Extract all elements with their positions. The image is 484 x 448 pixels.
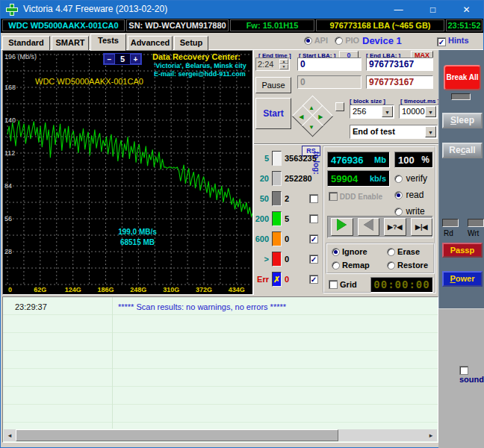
stat-block-swatch	[272, 151, 282, 166]
goto-end-button[interactable]: ▶|◀	[411, 218, 433, 236]
seek-button[interactable]: ▶?◀	[384, 218, 406, 236]
sound-checkbox[interactable]	[459, 366, 468, 375]
passp-button[interactable]: Passp	[442, 243, 483, 258]
tab-bar: Standard SMART Tests Advanced Setup	[1, 33, 483, 50]
end-lba-input[interactable]: 976773167	[366, 57, 433, 71]
stat-row-20: 20 252280	[254, 170, 323, 188]
pio-label: PIO	[345, 36, 359, 45]
end-of-test-select[interactable]: End of test ▼	[350, 125, 438, 139]
read-radio[interactable]	[394, 191, 403, 199]
svg-text:0: 0	[8, 286, 12, 293]
start-button[interactable]: Start	[255, 98, 291, 129]
scroll-left-icon[interactable]: ◂	[4, 429, 16, 441]
chevron-down-icon[interactable]: ▼	[425, 106, 436, 117]
speed-unit: kb/s	[370, 174, 386, 183]
verify-label: verify	[406, 173, 427, 184]
read-activity-indicator	[442, 219, 459, 227]
start-lba-input[interactable]: 0	[297, 57, 362, 71]
svg-text:168: 168	[4, 84, 16, 91]
log-column-divider	[112, 297, 113, 429]
api-radio[interactable]	[304, 37, 312, 45]
stat-row-200: 200 5	[254, 211, 323, 228]
log-checkbox-50[interactable]	[309, 194, 318, 203]
restore-radio[interactable]	[387, 261, 395, 270]
grid-checkbox[interactable]	[329, 280, 338, 289]
chevron-down-icon[interactable]: ▼	[425, 126, 436, 137]
log-checkbox-200[interactable]	[309, 214, 318, 223]
block-size-select[interactable]: 256 ▼	[350, 105, 394, 119]
sidebar-upper: Break All Sleep Recall Rd Wrt Passp Powe…	[438, 50, 484, 308]
scrollbar-thumb[interactable]	[16, 429, 338, 441]
victoria-window: Victoria 4.47 Freeware (2013-02-20) — □ …	[0, 0, 484, 448]
spinner-down-icon[interactable]: ▼	[279, 64, 288, 69]
svg-text:248G: 248G	[130, 286, 146, 293]
hints-checkbox[interactable]: ✓	[437, 37, 446, 46]
graph-model-label: WDC WD5000AAKX-001CA0	[35, 77, 143, 86]
mode-read[interactable]: read	[394, 187, 424, 201]
pause-button[interactable]: Pause	[255, 77, 291, 93]
stat-count: 3563235	[285, 150, 320, 167]
spinner-up-icon[interactable]: ▲	[279, 59, 288, 64]
speed-graph: 196 (Mb/s)168140112845628062G124G186G248…	[2, 50, 253, 295]
chevron-down-icon[interactable]: ▼	[382, 106, 393, 117]
stat-block-swatch	[272, 211, 282, 226]
stat-block-swatch	[272, 252, 282, 267]
verify-radio[interactable]	[394, 175, 403, 183]
drc-email: E-mail: sergei@hdd-911.com	[154, 70, 246, 78]
tab-tests[interactable]: Tests	[90, 34, 126, 51]
graph-speed-overlay: 199,0 MB/s	[93, 228, 182, 236]
tab-advanced[interactable]: Advanced	[128, 36, 173, 50]
log-panel[interactable]: 23:29:37 ***** Scan results: no warnings…	[2, 296, 438, 443]
maximize-button[interactable]: □	[416, 1, 450, 19]
log-message: ***** Scan results: no warnings, no erro…	[118, 302, 286, 311]
svg-text:84: 84	[4, 182, 12, 190]
erase-radio[interactable]	[387, 248, 395, 256]
scroll-right-icon[interactable]: ▸	[425, 429, 437, 441]
recall-button[interactable]: Recall	[442, 143, 483, 158]
wrt-label: Wrt	[468, 229, 479, 237]
back-button[interactable]	[358, 218, 380, 236]
power-button[interactable]: Power	[442, 271, 483, 287]
tab-standard[interactable]: Standard	[2, 36, 50, 50]
ignore-radio[interactable]	[332, 248, 340, 256]
close-button[interactable]: ✕	[450, 1, 483, 19]
minimize-button[interactable]: —	[382, 1, 415, 19]
sleep-button[interactable]: Sleep	[442, 113, 483, 128]
stat-block-swatch: ✗	[272, 272, 282, 287]
log-checkbox-over[interactable]: ✓	[309, 255, 318, 264]
erase-label: Erase	[397, 247, 420, 256]
end-time-value: 2:24	[258, 60, 273, 69]
stat-label: 5	[254, 150, 269, 167]
tab-smart[interactable]: SMART	[52, 36, 89, 50]
svg-text:372G: 372G	[196, 286, 212, 293]
action-remap[interactable]: Remap	[332, 261, 370, 270]
nav-indicator	[335, 102, 344, 111]
mode-verify[interactable]: verify	[394, 171, 427, 184]
log-timestamp: 23:29:37	[15, 302, 47, 311]
timeout-select[interactable]: 10000 ▼	[399, 105, 438, 119]
stat-row-5: 5 3563235	[254, 150, 323, 168]
remap-radio[interactable]	[332, 261, 340, 270]
drive-serial: SN: WD-WCAYUM917880	[126, 19, 229, 31]
log-checkbox-600[interactable]: ✓	[309, 234, 318, 243]
pio-radio[interactable]	[335, 37, 343, 45]
zoom-in-button[interactable]: +	[130, 54, 141, 64]
write-radio[interactable]	[394, 208, 403, 216]
log-horizontal-scrollbar[interactable]: ◂ ▸	[4, 429, 437, 441]
stat-block-swatch	[272, 191, 282, 206]
play-button[interactable]	[331, 218, 353, 236]
svg-text:140: 140	[4, 116, 16, 124]
tab-setup[interactable]: Setup	[174, 36, 208, 50]
stat-label: 200	[254, 211, 269, 227]
zoom-out-button[interactable]: −	[104, 54, 115, 64]
action-ignore[interactable]: Ignore	[332, 247, 367, 256]
break-all-button[interactable]: Break All	[444, 65, 481, 90]
end-time-spinner[interactable]: 2:24 ▲▼	[255, 57, 290, 71]
action-restore[interactable]: Restore	[387, 261, 428, 270]
action-erase[interactable]: Erase	[387, 247, 420, 256]
log-checkbox-err[interactable]: ✓	[309, 275, 318, 284]
mb-value: 476936	[331, 155, 363, 166]
current-lba-display: 0	[297, 75, 362, 89]
end-lba-current-display: 976773167	[366, 75, 433, 89]
read-label: read	[406, 190, 424, 200]
